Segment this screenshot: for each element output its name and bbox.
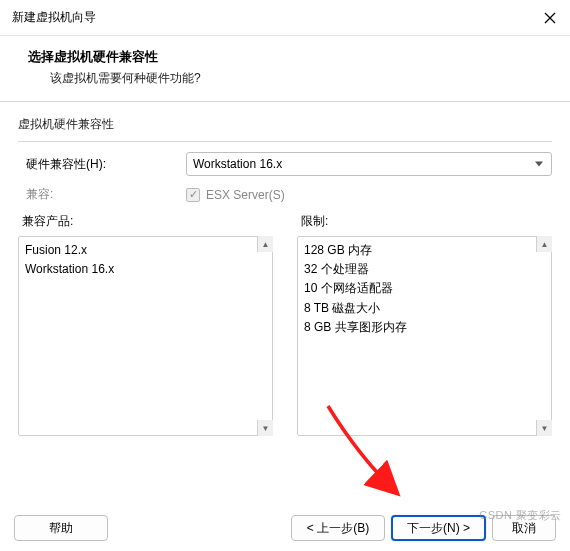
compat-row: 兼容: ✓ ESX Server(S) xyxy=(18,186,552,203)
limits-listbox[interactable]: 128 GB 内存32 个处理器10 个网络适配器8 TB 磁盘大小8 GB 共… xyxy=(297,236,552,436)
hw-compat-value: Workstation 16.x xyxy=(193,157,282,171)
page-subtitle: 该虚拟机需要何种硬件功能? xyxy=(28,70,542,87)
watermark: CSDN 聚变彩云 xyxy=(479,508,562,523)
products-col: 兼容产品: Fusion 12.xWorkstation 16.x ▲ ▼ xyxy=(18,213,273,436)
scroll-up-icon[interactable]: ▲ xyxy=(536,236,552,252)
esx-checkbox: ✓ xyxy=(186,188,200,202)
page-title: 选择虚拟机硬件兼容性 xyxy=(28,48,542,66)
window-title: 新建虚拟机向导 xyxy=(12,9,96,26)
scroll-up-icon[interactable]: ▲ xyxy=(257,236,273,252)
divider xyxy=(18,141,552,142)
hw-compat-label: 硬件兼容性(H): xyxy=(26,156,186,173)
lists-row: 兼容产品: Fusion 12.xWorkstation 16.x ▲ ▼ 限制… xyxy=(18,213,552,436)
list-item[interactable]: 8 GB 共享图形内存 xyxy=(304,318,545,337)
hw-compat-row: 硬件兼容性(H): Workstation 16.x xyxy=(18,152,552,176)
products-listbox[interactable]: Fusion 12.xWorkstation 16.x xyxy=(18,236,273,436)
back-button[interactable]: < 上一步(B) xyxy=(291,515,385,541)
wizard-header: 选择虚拟机硬件兼容性 该虚拟机需要何种硬件功能? xyxy=(0,36,570,102)
list-item[interactable]: Workstation 16.x xyxy=(25,260,266,279)
limits-label: 限制: xyxy=(297,213,552,230)
list-item[interactable]: 128 GB 内存 xyxy=(304,241,545,260)
scroll-down-icon[interactable]: ▼ xyxy=(257,420,273,436)
help-button[interactable]: 帮助 xyxy=(14,515,108,541)
limits-col: 限制: 128 GB 内存32 个处理器10 个网络适配器8 TB 磁盘大小8 … xyxy=(297,213,552,436)
titlebar: 新建虚拟机向导 xyxy=(0,0,570,36)
scroll-down-icon[interactable]: ▼ xyxy=(536,420,552,436)
compat-group: 虚拟机硬件兼容性 硬件兼容性(H): Workstation 16.x 兼容: … xyxy=(18,116,552,436)
esx-checkbox-row: ✓ ESX Server(S) xyxy=(186,188,285,202)
products-label: 兼容产品: xyxy=(18,213,273,230)
list-item[interactable]: 8 TB 磁盘大小 xyxy=(304,299,545,318)
close-icon[interactable] xyxy=(542,10,558,26)
list-item[interactable]: 10 个网络适配器 xyxy=(304,279,545,298)
list-item[interactable]: 32 个处理器 xyxy=(304,260,545,279)
list-item[interactable]: Fusion 12.x xyxy=(25,241,266,260)
compat-label: 兼容: xyxy=(26,186,186,203)
hw-compat-select[interactable]: Workstation 16.x xyxy=(186,152,552,176)
content-area: 虚拟机硬件兼容性 硬件兼容性(H): Workstation 16.x 兼容: … xyxy=(0,102,570,452)
group-label: 虚拟机硬件兼容性 xyxy=(18,116,552,133)
esx-checkbox-label: ESX Server(S) xyxy=(206,188,285,202)
next-button[interactable]: 下一步(N) > xyxy=(391,515,486,541)
